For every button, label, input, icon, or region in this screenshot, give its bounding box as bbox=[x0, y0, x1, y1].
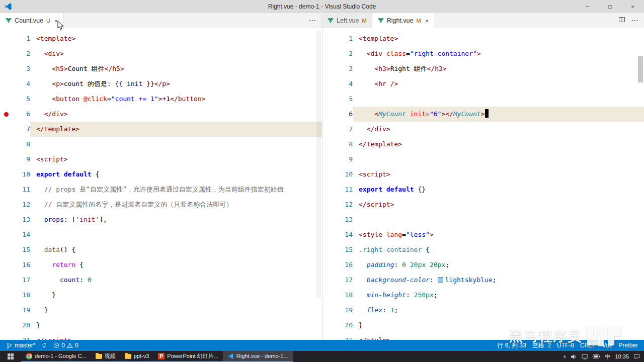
more-actions-icon[interactable]: ··· bbox=[631, 17, 639, 24]
gutter-glyph-margin[interactable] bbox=[0, 303, 12, 318]
code-line[interactable]: 17 count: 0 bbox=[0, 273, 322, 288]
gutter-glyph-margin[interactable] bbox=[0, 227, 12, 242]
gutter-glyph-margin[interactable] bbox=[323, 61, 335, 76]
right-editor-scrollbar[interactable] bbox=[638, 56, 643, 82]
gutter-glyph-margin[interactable] bbox=[323, 46, 335, 61]
gutter-glyph-margin[interactable] bbox=[323, 122, 335, 137]
code-line[interactable]: 14<style lang="less"> bbox=[323, 227, 644, 242]
line-number[interactable]: 16 bbox=[12, 257, 30, 273]
tab-right-vue[interactable]: Right.vue M × bbox=[372, 13, 435, 28]
code-line[interactable]: 7 </div> bbox=[323, 122, 644, 137]
code-line[interactable]: 16 padding: 0 20px 20px; bbox=[323, 257, 644, 273]
line-number[interactable]: 10 bbox=[12, 167, 30, 182]
gutter-glyph-margin[interactable] bbox=[0, 288, 12, 303]
close-tab-icon[interactable]: × bbox=[425, 17, 429, 25]
code-line[interactable]: 4 <hr /> bbox=[323, 76, 644, 92]
gutter-glyph-margin[interactable] bbox=[0, 152, 12, 167]
line-number[interactable]: 18 bbox=[335, 288, 353, 303]
line-number[interactable]: 12 bbox=[12, 197, 30, 212]
split-editor-icon[interactable] bbox=[618, 16, 625, 25]
breakpoint-dot[interactable] bbox=[4, 112, 9, 117]
code-line[interactable]: 1<template> bbox=[0, 31, 322, 46]
taskbar-item[interactable]: PowerPoint 幻灯片... bbox=[153, 351, 222, 362]
tab-left-vue[interactable]: Left.vue M bbox=[322, 13, 372, 28]
line-number[interactable]: 15 bbox=[12, 242, 30, 257]
line-number[interactable]: 14 bbox=[335, 227, 353, 242]
gutter-glyph-margin[interactable] bbox=[323, 288, 335, 303]
gutter-glyph-margin[interactable] bbox=[323, 107, 335, 122]
gutter-glyph-margin[interactable] bbox=[0, 31, 12, 46]
gutter-glyph-margin[interactable] bbox=[323, 92, 335, 107]
problems-indicator[interactable]: 0 0 bbox=[50, 340, 81, 351]
gutter-glyph-margin[interactable] bbox=[323, 257, 335, 273]
code-line[interactable]: 12 // 自定义属性的名字，是封装者自定义的（只要名称合法即可） bbox=[0, 197, 322, 212]
gutter-glyph-margin[interactable] bbox=[323, 31, 335, 46]
code-line[interactable]: 21</script> bbox=[0, 333, 322, 340]
battery-icon[interactable] bbox=[593, 354, 600, 359]
code-line[interactable]: 15 data() { bbox=[0, 242, 322, 257]
encoding-setting[interactable]: UTF-8 bbox=[554, 340, 577, 351]
minimize-button[interactable]: ─ bbox=[576, 0, 599, 13]
gutter-glyph-margin[interactable] bbox=[0, 76, 12, 92]
code-line[interactable]: 19 } bbox=[0, 303, 322, 318]
gutter-glyph-margin[interactable] bbox=[0, 242, 12, 257]
gutter-glyph-margin[interactable] bbox=[0, 212, 12, 227]
line-number[interactable]: 4 bbox=[12, 76, 30, 92]
line-number[interactable]: 16 bbox=[335, 257, 353, 273]
gutter-glyph-margin[interactable] bbox=[323, 318, 335, 333]
gutter-glyph-margin[interactable] bbox=[0, 107, 12, 122]
more-actions-icon[interactable]: ··· bbox=[309, 17, 316, 24]
taskbar-item[interactable]: Right.vue - demo-1... bbox=[223, 351, 293, 362]
line-number[interactable]: 3 bbox=[12, 61, 30, 76]
gutter-glyph-margin[interactable] bbox=[0, 257, 12, 273]
code-line[interactable]: 9<script> bbox=[0, 152, 322, 167]
close-window-button[interactable]: × bbox=[621, 0, 644, 13]
line-number[interactable]: 14 bbox=[12, 227, 30, 242]
gutter-glyph-margin[interactable] bbox=[323, 303, 335, 318]
line-number[interactable]: 19 bbox=[12, 303, 30, 318]
line-number[interactable]: 9 bbox=[12, 152, 30, 167]
code-line[interactable]: 11 // props 是“自定义属性”，允许使用者通过自定义属性，为当前组件指… bbox=[0, 182, 322, 197]
code-line[interactable]: 8 bbox=[0, 137, 322, 152]
code-line[interactable]: 7</template> bbox=[0, 122, 322, 137]
code-line[interactable]: 4 <p>count 的值是: {{ init }}</p> bbox=[0, 76, 322, 92]
gutter-glyph-margin[interactable] bbox=[0, 182, 12, 197]
tray-expand-icon[interactable]: ∧ bbox=[563, 354, 567, 359]
clock[interactable]: 10:35 bbox=[615, 353, 629, 359]
left-editor-scrollbar[interactable] bbox=[316, 31, 321, 298]
gutter-glyph-margin[interactable] bbox=[0, 333, 12, 340]
line-number[interactable]: 6 bbox=[335, 107, 353, 122]
line-number[interactable]: 4 bbox=[335, 76, 353, 92]
line-number[interactable]: 6 bbox=[12, 107, 30, 122]
code-line[interactable]: 11export default {} bbox=[323, 182, 644, 197]
code-line[interactable]: 18 min-height: 250px; bbox=[323, 288, 644, 303]
gutter-glyph-margin[interactable] bbox=[0, 197, 12, 212]
gutter-glyph-margin[interactable] bbox=[0, 46, 12, 61]
start-button[interactable] bbox=[0, 351, 21, 362]
taskbar-item[interactable]: demo-1 - Google C... bbox=[21, 351, 91, 362]
code-line[interactable]: 2 <div> bbox=[0, 46, 322, 61]
line-number[interactable]: 2 bbox=[12, 46, 30, 61]
line-number[interactable]: 17 bbox=[12, 273, 30, 288]
gutter-glyph-margin[interactable] bbox=[323, 273, 335, 288]
taskbar-item[interactable]: 视频 bbox=[91, 351, 120, 362]
eol-setting[interactable]: CRLF bbox=[577, 340, 599, 351]
gutter-glyph-margin[interactable] bbox=[0, 92, 12, 107]
gutter-glyph-margin[interactable] bbox=[323, 242, 335, 257]
language-mode[interactable]: Vue bbox=[599, 340, 615, 351]
line-number[interactable]: 15 bbox=[335, 242, 353, 257]
code-line[interactable]: 6 <MyCount init="6"></MyCount> bbox=[323, 107, 644, 122]
line-number[interactable]: 10 bbox=[335, 167, 353, 182]
indentation-setting[interactable]: 空格: 2 bbox=[529, 340, 554, 351]
line-number[interactable]: 18 bbox=[12, 288, 30, 303]
code-line[interactable]: 1<template> bbox=[323, 31, 644, 46]
gutter-glyph-margin[interactable] bbox=[0, 318, 12, 333]
code-line[interactable]: 9 bbox=[323, 152, 644, 167]
line-number[interactable]: 20 bbox=[12, 318, 30, 333]
code-line[interactable]: 15.right-container { bbox=[323, 242, 644, 257]
editor-right-vue[interactable]: 1<template>2 <div class="right-container… bbox=[322, 28, 644, 340]
sync-icon[interactable] bbox=[38, 340, 50, 351]
line-number[interactable]: 21 bbox=[12, 333, 30, 340]
line-number[interactable]: 13 bbox=[335, 212, 353, 227]
gutter-glyph-margin[interactable] bbox=[323, 197, 335, 212]
